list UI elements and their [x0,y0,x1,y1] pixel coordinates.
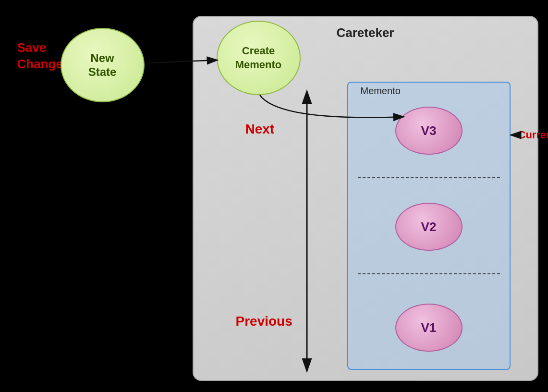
divider-2 [358,273,500,274]
new-state-circle: NewState [61,28,145,102]
create-memento-circle: CreateMemento [217,21,301,95]
memento-list-box: V3 V2 V1 [347,82,511,370]
memento-label: Memento [361,86,401,97]
create-memento-label: CreateMemento [235,44,282,72]
v1-circle: V1 [395,304,463,352]
current-label: Current [518,129,548,141]
previous-label: Previous [236,314,292,329]
careteker-title: Careteker [337,25,394,40]
divider-1 [358,177,500,178]
v3-circle: V3 [395,107,463,155]
new-state-label: NewState [88,51,117,79]
next-label: Next [245,122,275,137]
diagram-container: Careteker V3 V2 V1 Save Changes NewState [10,6,538,386]
v2-circle: V2 [395,203,463,251]
